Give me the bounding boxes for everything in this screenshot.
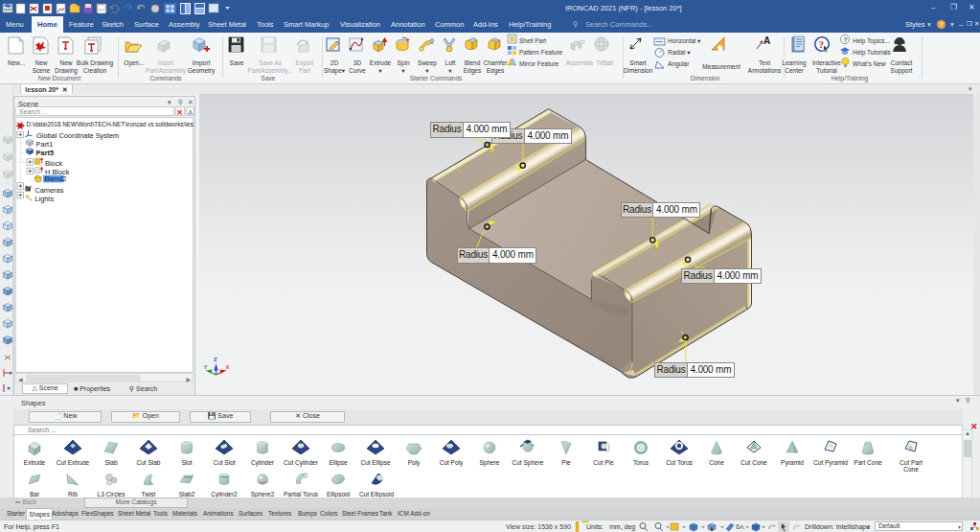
- svg-text:X: X: [226, 364, 230, 370]
- svg-text:Z: Z: [214, 357, 217, 362]
- svg-text:Global Coordinate System: Global Coordinate System: [36, 131, 119, 140]
- svg-text:A: A: [763, 35, 770, 46]
- svg-text:⋮: ⋮: [4, 178, 9, 184]
- svg-text:Cameras: Cameras: [34, 186, 63, 195]
- svg-text:Part1: Part1: [36, 140, 54, 149]
- svg-text:Block: Block: [45, 159, 62, 168]
- svg-text:?: ?: [819, 38, 825, 50]
- svg-text:D:\data\2018 NEW\Word\TECH-NET: D:\data\2018 NEW\Word\TECH-NET\ironcad v…: [26, 121, 194, 127]
- svg-text:6ʌ: 6ʌ: [736, 522, 743, 531]
- svg-text:Y: Y: [204, 364, 208, 370]
- svg-text:Part5: Part5: [36, 149, 55, 157]
- svg-text:?: ?: [843, 35, 848, 44]
- svg-text:Lights: Lights: [34, 195, 54, 203]
- svg-text:Blend2: Blend2: [44, 174, 66, 183]
